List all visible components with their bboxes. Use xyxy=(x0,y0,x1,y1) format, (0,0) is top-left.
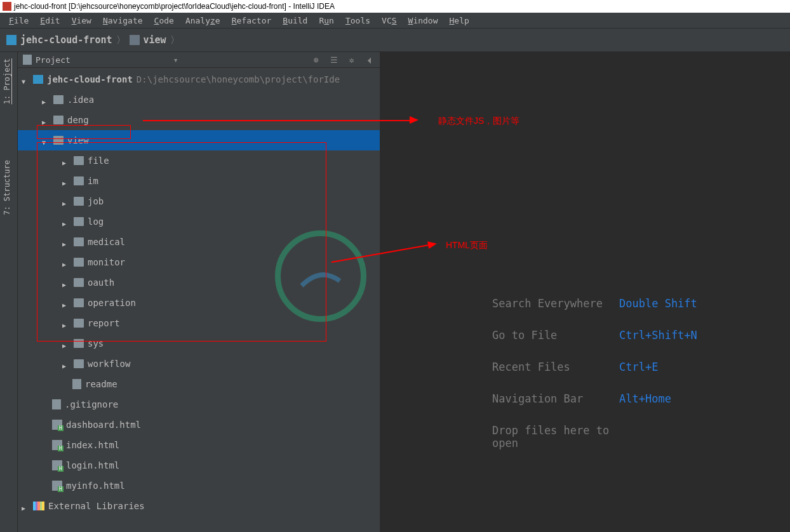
expand-icon[interactable] xyxy=(62,218,70,225)
expand-icon[interactable] xyxy=(42,96,50,103)
arrow-head-top xyxy=(410,116,418,124)
tree-root[interactable]: jehc-cloud-front D:\jehcsource\honeycomb… xyxy=(18,69,380,90)
folder-icon xyxy=(53,116,64,124)
tree-log[interactable]: log xyxy=(18,211,380,232)
expand-icon[interactable] xyxy=(62,258,70,266)
menu-code[interactable]: Code xyxy=(149,15,179,27)
module-icon xyxy=(33,75,43,84)
folder-icon xyxy=(74,258,84,267)
expand-icon[interactable] xyxy=(62,197,70,205)
folder-icon xyxy=(53,95,64,104)
vtab-structure[interactable]: 7: Structure xyxy=(0,154,14,222)
tree-file[interactable]: file xyxy=(18,150,380,171)
breadcrumb-folder[interactable]: view xyxy=(144,34,166,46)
tree-monitor[interactable]: monitor xyxy=(18,252,380,272)
annotation-mid: HTML页面 xyxy=(446,240,488,251)
tree-medical[interactable]: medical xyxy=(18,232,380,252)
folder-icon xyxy=(74,156,84,165)
welcome-row: Search EverywhereDouble Shift xyxy=(492,297,726,310)
welcome-row: Navigation BarAlt+Home xyxy=(492,392,726,405)
tree-login.html[interactable]: login.html xyxy=(18,455,380,475)
tree-view[interactable]: view xyxy=(18,130,380,150)
window-title: jehc-cloud-front [D:\jehcsource\honeycom… xyxy=(14,2,335,11)
file-icon xyxy=(72,379,81,389)
project-tree[interactable]: jehc-cloud-front D:\jehcsource\honeycomb… xyxy=(18,68,380,532)
expand-icon[interactable] xyxy=(22,502,29,510)
tree-root-path: D:\jehcsource\honeycomb\project\forIde xyxy=(137,74,340,84)
expand-icon[interactable] xyxy=(62,177,70,185)
tree-dashboard.html[interactable]: dashboard.html xyxy=(18,415,380,435)
welcome-label: Recent Files xyxy=(492,361,619,373)
library-icon xyxy=(33,502,44,510)
menu-refactor[interactable]: Refactor xyxy=(227,15,277,27)
menu-navigate[interactable]: Navigate xyxy=(98,15,148,27)
expand-icon[interactable] xyxy=(42,136,50,144)
project-icon xyxy=(6,35,17,45)
welcome-pane: Search EverywhereDouble ShiftGo to FileC… xyxy=(492,297,726,469)
expand-icon[interactable] xyxy=(62,360,70,368)
welcome-label: Navigation Bar xyxy=(492,392,619,405)
menu-help[interactable]: Help xyxy=(445,15,474,27)
tree-libraries[interactable]: External Libraries xyxy=(18,496,380,516)
menu-file[interactable]: File xyxy=(4,15,34,27)
menu-edit[interactable]: Edit xyxy=(35,15,65,27)
folder-icon xyxy=(74,278,84,287)
html-icon xyxy=(52,460,62,470)
panel-header: Project ⊕ ☰ ✲ ⏴ xyxy=(18,52,380,68)
menu-tools[interactable]: Tools xyxy=(340,15,375,27)
expand-icon[interactable] xyxy=(62,340,70,347)
expand-icon[interactable] xyxy=(62,279,70,286)
tree-oauth[interactable]: oauth xyxy=(18,272,380,293)
arrow-head-mid xyxy=(427,240,438,249)
menubar: File Edit View Navigate Code Analyze Ref… xyxy=(0,13,790,28)
folder-icon xyxy=(74,176,84,185)
tree-report[interactable]: report xyxy=(18,313,380,333)
breadcrumb-project[interactable]: jehc-cloud-front xyxy=(20,34,112,46)
expand-icon[interactable] xyxy=(42,116,50,124)
folder-icon xyxy=(74,359,84,368)
welcome-shortcut: Ctrl+E xyxy=(619,361,658,373)
welcome-row: Recent FilesCtrl+E xyxy=(492,361,726,373)
annotation-top: 静态文件JS，图片等 xyxy=(438,116,519,127)
tree-myinfo.html[interactable]: myinfo.html xyxy=(18,475,380,496)
folder-icon xyxy=(74,319,84,328)
tree-readme[interactable]: readme xyxy=(18,374,380,394)
expand-icon[interactable] xyxy=(62,319,70,327)
tree-im[interactable]: im xyxy=(18,171,380,191)
html-icon xyxy=(52,440,62,450)
menu-analyze[interactable]: Analyze xyxy=(180,15,225,27)
folder-icon xyxy=(74,339,84,348)
collapse-all-icon[interactable]: ☰ xyxy=(329,55,339,65)
vtab-project[interactable]: 1: Project xyxy=(0,52,14,110)
project-panel: Project ⊕ ☰ ✲ ⏴ jehc-cloud-front D:\jehc… xyxy=(18,52,380,532)
tree-gitignore[interactable]: .gitignore xyxy=(18,394,380,415)
tree-idea[interactable]: .idea xyxy=(18,90,380,110)
left-gutter: 1: Project 7: Structure xyxy=(0,52,18,532)
tree-sys[interactable]: sys xyxy=(18,333,380,354)
hide-icon[interactable]: ⏴ xyxy=(365,55,375,65)
menu-vcs[interactable]: VCS xyxy=(377,15,401,27)
scroll-from-source-icon[interactable]: ⊕ xyxy=(311,55,321,65)
menu-build[interactable]: Build xyxy=(278,15,312,27)
folder-icon xyxy=(74,237,84,246)
tree-job[interactable]: job xyxy=(18,191,380,211)
welcome-label: Drop files here to open xyxy=(492,424,619,449)
tree-index.html[interactable]: index.html xyxy=(18,435,380,455)
tree-root-label: jehc-cloud-front xyxy=(47,74,133,84)
breadcrumb-sep-2: 〉 xyxy=(170,34,180,46)
gear-icon[interactable]: ✲ xyxy=(347,55,357,65)
menu-view[interactable]: View xyxy=(67,15,97,27)
expand-icon[interactable] xyxy=(62,238,70,246)
panel-title: Project xyxy=(36,55,70,65)
menu-run[interactable]: Run xyxy=(314,15,338,27)
expand-icon[interactable] xyxy=(22,76,29,83)
expand-icon[interactable] xyxy=(62,299,70,307)
tree-workflow[interactable]: workflow xyxy=(18,354,380,374)
html-icon xyxy=(52,420,62,430)
tree-operation[interactable]: operation xyxy=(18,293,380,313)
panel-dropdown-icon[interactable] xyxy=(173,55,178,65)
menu-window[interactable]: Window xyxy=(403,15,443,27)
clipboard-icon xyxy=(23,55,32,65)
expand-icon[interactable] xyxy=(62,157,70,164)
welcome-label: Search Everywhere xyxy=(492,297,619,310)
